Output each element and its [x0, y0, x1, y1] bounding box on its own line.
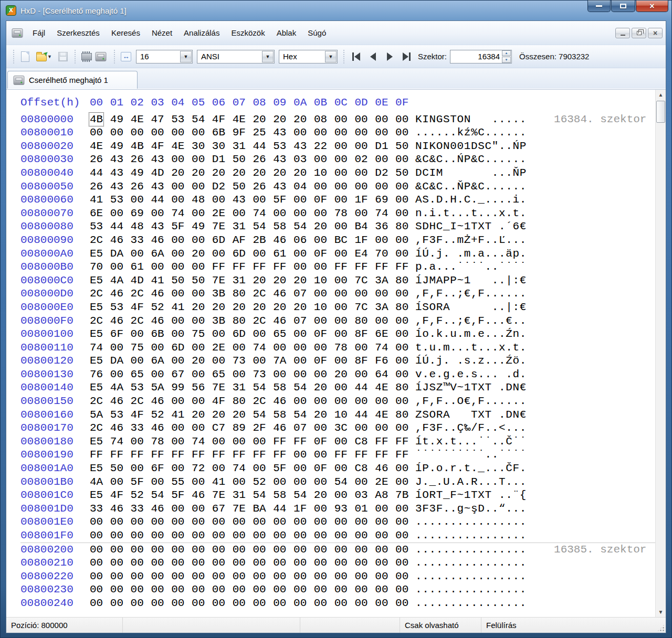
encoding-select[interactable]: ANSI — [197, 50, 275, 63]
row-ascii[interactable]: ĺSORA ..|:€ — [415, 301, 527, 314]
menu-item-eszközök[interactable]: Eszközök — [226, 26, 270, 40]
menu-item-analizálás[interactable]: Analizálás — [178, 26, 225, 40]
bytes-per-row-select[interactable]: 16 — [136, 50, 193, 63]
row-bytes[interactable]: 44 43 49 4D 20 20 20 20 20 20 20 10 00 0… — [90, 166, 415, 180]
new-file-button[interactable] — [17, 49, 33, 65]
row-ascii[interactable]: ĺORT_F~1TXT ..¨{ — [415, 488, 527, 502]
row-ascii[interactable]: ZSORA TXT .DN€ — [415, 408, 527, 422]
row-ascii[interactable]: ,F,F..O€,F...... — [415, 395, 527, 408]
mdi-close-button[interactable]: × — [648, 28, 663, 38]
row-bytes[interactable]: 2C 46 33 46 00 00 C7 89 2F 46 07 00 3C 0… — [90, 421, 415, 435]
menu-item-szerkesztés[interactable]: Szerkesztés — [51, 26, 105, 40]
menu-item-keresés[interactable]: Keresés — [106, 26, 145, 40]
caret-byte[interactable]: 4B — [90, 113, 103, 125]
open-ram-button[interactable] — [79, 49, 94, 65]
row-bytes[interactable]: 2C 46 2C 46 00 00 3B 80 2C 46 07 00 00 0… — [90, 287, 415, 301]
row-ascii[interactable]: p.a...˙˙˙˙..˙˙˙˙ — [415, 260, 527, 274]
sector-value[interactable]: 16384 — [450, 52, 502, 61]
row-bytes[interactable]: 26 43 26 43 00 00 D2 50 26 43 04 00 00 0… — [90, 180, 415, 194]
row-bytes[interactable]: E5 74 00 78 00 74 00 00 00 FF FF 0F 00 C… — [90, 435, 415, 449]
close-button[interactable]: × — [636, 1, 668, 12]
row-bytes[interactable]: 70 00 61 00 00 00 FF FF FF FF 00 00 FF F… — [90, 260, 415, 274]
mdi-minimize-button[interactable] — [615, 28, 630, 38]
row-ascii[interactable]: AS.D.H.C._....i. — [415, 193, 527, 207]
row-bytes[interactable]: 2C 46 2C 46 00 00 3B 80 2C 46 07 00 00 8… — [90, 314, 415, 328]
row-ascii[interactable]: ĺt.x.t...˙˙..Č˙˙ — [415, 435, 527, 449]
row-ascii[interactable]: n.i.t...t...x.t. — [415, 207, 527, 220]
scroll-down-button[interactable]: ▼ — [656, 607, 666, 617]
row-ascii[interactable]: ˙˙˙˙˙˙˙˙˙˙..˙˙˙˙ — [415, 448, 527, 462]
row-bytes[interactable]: E5 53 4F 52 41 20 20 20 20 20 20 10 00 7… — [90, 301, 415, 314]
row-ascii[interactable]: ,F,F..;€,F...€.. — [415, 314, 527, 328]
row-ascii[interactable]: ,F3F..mŻ+F..Ľ... — [415, 233, 527, 247]
menu-item-súgó[interactable]: Súgó — [302, 26, 331, 40]
row-ascii[interactable]: ĺÚ.j. .s.z...Źö. — [415, 354, 527, 368]
row-bytes[interactable]: 00 00 00 00 00 00 00 00 00 00 00 00 00 0… — [90, 583, 415, 597]
row-bytes[interactable]: 33 46 33 46 00 00 67 7E BA 44 1F 00 93 0… — [90, 502, 415, 516]
bytes-per-row-button[interactable]: ↔ — [118, 49, 134, 65]
row-ascii[interactable]: ,F,F..;€,F...... — [415, 287, 527, 301]
row-ascii[interactable]: 3F3F..g~şD..“... — [415, 502, 527, 516]
first-sector-button[interactable] — [348, 49, 364, 64]
row-ascii[interactable]: ,F3F..Ç‰/F..<... — [415, 421, 527, 435]
row-bytes[interactable]: 41 53 00 44 00 48 00 43 00 5F 00 0F 00 1… — [90, 193, 415, 207]
row-ascii[interactable]: KINGSTON ..... — [415, 113, 527, 126]
row-bytes[interactable]: 00 00 00 00 00 00 6B 9F 25 43 00 00 00 0… — [90, 126, 415, 140]
row-ascii[interactable]: ĺÚ.j. .m.a...äp. — [415, 247, 527, 261]
row-ascii[interactable]: &C&C..ŇP&C...... — [415, 180, 527, 194]
row-bytes[interactable]: 6E 00 69 00 74 00 2E 00 74 00 00 00 78 0… — [90, 207, 415, 220]
row-bytes[interactable]: FF FF FF FF FF FF FF FF FF FF 00 00 FF F… — [90, 448, 415, 462]
resize-grip[interactable] — [657, 624, 665, 632]
scroll-up-button[interactable]: ▲ — [656, 90, 666, 100]
row-bytes[interactable]: 00 00 00 00 00 00 00 00 00 00 00 00 00 0… — [90, 529, 415, 543]
row-bytes[interactable]: 00 00 00 00 00 00 00 00 00 00 00 00 00 0… — [90, 597, 415, 610]
row-bytes[interactable]: E5 4A 4D 41 50 50 7E 31 20 20 20 10 00 7… — [90, 274, 415, 288]
tab-removable-drive[interactable]: Cserélhető meghajtó 1 — [7, 71, 138, 89]
maximize-button[interactable] — [611, 1, 635, 12]
row-ascii[interactable]: ................ — [415, 570, 527, 583]
menu-item-ablak[interactable]: Ablak — [271, 26, 302, 40]
chevron-down-icon[interactable] — [262, 51, 274, 62]
row-bytes[interactable]: 26 43 26 43 00 00 D1 50 26 43 03 00 00 0… — [90, 153, 415, 166]
row-ascii[interactable]: SDHC_I~1TXT .´6€ — [415, 220, 527, 233]
offset-base-select[interactable]: Hex — [279, 50, 338, 63]
row-ascii[interactable]: ......kź%C...... — [415, 126, 527, 140]
row-ascii[interactable]: ĺP.o.r.t._...ČF. — [415, 462, 527, 475]
row-ascii[interactable]: ................ — [415, 543, 527, 557]
row-bytes[interactable]: 4B 49 4E 47 53 54 4F 4E 20 20 20 08 00 0… — [90, 113, 415, 126]
scrollbar-thumb[interactable] — [656, 101, 665, 123]
vertical-scrollbar[interactable]: ▲ ▼ — [655, 90, 666, 617]
row-bytes[interactable]: 4A 00 5F 00 55 00 41 00 52 00 00 00 54 0… — [90, 475, 415, 489]
save-button[interactable] — [55, 49, 71, 65]
open-file-button[interactable]: ▼ — [33, 49, 55, 65]
row-bytes[interactable]: 53 44 48 43 5F 49 7E 31 54 58 54 20 00 B… — [90, 220, 415, 233]
hex-pane[interactable]: Offset(h)00 01 02 03 04 05 06 07 08 09 0… — [6, 90, 655, 617]
row-bytes[interactable]: 00 00 00 00 00 00 00 00 00 00 00 00 00 0… — [90, 570, 415, 583]
row-bytes[interactable]: 00 00 00 00 00 00 00 00 00 00 00 00 00 0… — [90, 556, 415, 570]
row-bytes[interactable]: 2C 46 2C 46 00 00 4F 80 2C 46 00 00 00 0… — [90, 395, 415, 408]
row-bytes[interactable]: 00 00 00 00 00 00 00 00 00 00 00 00 00 0… — [90, 515, 415, 529]
minimize-button[interactable] — [587, 1, 611, 12]
row-ascii[interactable]: DCIM ...ŇP — [415, 166, 527, 180]
row-bytes[interactable]: E5 50 00 6F 00 72 00 74 00 5F 00 0F 00 C… — [90, 462, 415, 475]
mdi-restore-button[interactable] — [632, 28, 646, 38]
next-sector-button[interactable] — [381, 49, 398, 64]
row-bytes[interactable]: 00 00 00 00 00 00 00 00 00 00 00 00 00 0… — [90, 543, 415, 557]
row-ascii[interactable]: &C&C..ŃP&C...... — [415, 153, 527, 166]
row-ascii[interactable]: v.e.g.e.s... .d. — [415, 368, 527, 381]
sector-input[interactable]: 16384 ▲ ▼ — [450, 50, 512, 63]
row-ascii[interactable]: t.u.m...t...x.t. — [415, 341, 527, 355]
row-ascii[interactable]: J._.U.A.R...T... — [415, 475, 527, 489]
row-bytes[interactable]: 5A 53 4F 52 41 20 20 20 54 58 54 20 10 4… — [90, 408, 415, 422]
row-bytes[interactable]: E5 DA 00 6A 00 20 00 6D 00 61 00 0F 00 E… — [90, 247, 415, 261]
row-ascii[interactable]: ................ — [415, 515, 527, 529]
row-bytes[interactable]: E5 6F 00 6B 00 75 00 6D 00 65 00 0F 00 8… — [90, 327, 415, 341]
last-sector-button[interactable] — [398, 49, 415, 64]
spinner-up-button[interactable]: ▲ — [502, 50, 511, 57]
row-bytes[interactable]: 2C 46 33 46 00 00 6D AF 2B 46 06 00 BC 1… — [90, 233, 415, 247]
row-ascii[interactable]: ĺJMAPP~1 ..|:€ — [415, 274, 527, 288]
menu-item-fájl[interactable]: Fájl — [27, 26, 50, 40]
row-ascii[interactable]: ................ — [415, 583, 527, 597]
row-bytes[interactable]: E5 DA 00 6A 00 20 00 73 00 7A 00 0F 00 8… — [90, 354, 415, 368]
row-bytes[interactable]: E5 4A 53 5A 99 56 7E 31 54 58 54 20 00 4… — [90, 381, 415, 395]
